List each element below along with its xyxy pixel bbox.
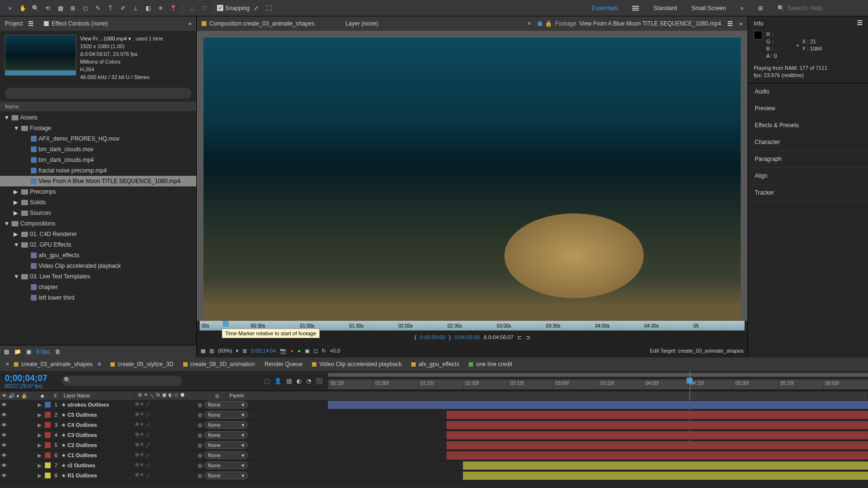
bpc-button[interactable]: 8 bpc <box>36 348 50 355</box>
layer-color-swatch[interactable] <box>45 422 51 428</box>
tree-row[interactable]: ▶Solids <box>0 197 196 208</box>
pin-tool-icon[interactable]: 📍 <box>167 2 179 14</box>
lock-icon[interactable] <box>23 462 31 468</box>
stamp-tool-icon[interactable]: ⊥ <box>129 2 142 14</box>
visibility-icon[interactable]: 👁 <box>0 422 8 428</box>
green-channel-icon[interactable]: ● <box>298 348 301 354</box>
layer-row[interactable]: 👁▶2★C5 Outlines⊛✳／◎None <box>0 410 868 420</box>
audio-icon[interactable] <box>8 422 15 428</box>
layer-row[interactable]: 👁▶6★C1 Outlines⊛✳／◎None <box>0 450 868 461</box>
layer-name[interactable]: r2 Outlines <box>68 462 135 468</box>
ripple-in-icon[interactable]: ⊏ <box>517 334 522 341</box>
layer-name[interactable]: C5 Outlines <box>68 412 135 418</box>
layer-track[interactable] <box>328 430 868 440</box>
solo-icon[interactable] <box>15 462 23 468</box>
layer-track[interactable] <box>328 450 868 461</box>
asset-thumbnail[interactable] <box>5 35 76 76</box>
interpret-icon[interactable]: ▦ <box>4 348 9 355</box>
layer-name[interactable]: C4 Outlines <box>68 422 135 428</box>
in-bracket-icon[interactable]: { <box>414 334 416 340</box>
tab-composition[interactable]: Composition create_03_animate_shapes <box>202 20 314 27</box>
current-frame[interactable]: 0:00:14:04 <box>251 348 276 354</box>
timeline-tab[interactable]: one line credit <box>469 361 512 368</box>
solo-icon[interactable] <box>15 412 23 418</box>
tree-row[interactable]: ▶Precomps <box>0 186 196 197</box>
snapping-toggle[interactable]: ✓ Snapping <box>217 5 250 12</box>
layer-switches[interactable]: ⊛✳／ <box>135 472 198 479</box>
close-tab-icon[interactable]: × <box>6 361 9 368</box>
layer-name[interactable]: R1 Outlines <box>68 473 135 478</box>
lock-icon[interactable] <box>23 432 31 438</box>
reset-workspace-icon[interactable]: ⊞ <box>758 5 763 12</box>
expand-layer-icon[interactable]: ▶ <box>38 442 43 448</box>
layer-bar[interactable] <box>463 462 868 470</box>
playhead-icon[interactable] <box>223 321 229 327</box>
layer-track[interactable] <box>328 461 868 471</box>
layer-name[interactable]: C2 Outlines <box>68 442 135 448</box>
layer-name-col[interactable]: Layer Name <box>61 393 135 398</box>
panel-item[interactable]: Align <box>748 168 868 185</box>
pickwhip-icon[interactable]: ◎ <box>198 422 203 428</box>
layer-bar[interactable] <box>328 401 868 409</box>
hand-tool-icon[interactable]: ✋ <box>16 2 29 14</box>
snap-grid-icon[interactable]: ⛶ <box>262 2 275 14</box>
tree-row[interactable]: View From A Blue Moon TITLE SEQUENCE_108… <box>0 176 196 186</box>
expand-layer-icon[interactable]: ▶ <box>38 412 43 418</box>
tree-row[interactable]: ▼02. GPU Effects <box>0 239 196 250</box>
lock-icon[interactable] <box>23 452 31 458</box>
layer-switches[interactable]: ⊛✳／ <box>135 462 198 469</box>
layer-row[interactable]: 👁▶5★C2 Outlines⊛✳／◎None <box>0 440 868 450</box>
text-tool-icon[interactable]: T <box>104 2 117 14</box>
timeline-tab[interactable]: afx_gpu_effects <box>411 361 460 368</box>
timeline-tab[interactable]: Render Queue <box>265 361 303 368</box>
expand-arrow-icon[interactable]: ▼ <box>14 273 19 280</box>
red-channel-icon[interactable]: ● <box>290 348 294 354</box>
layer-bar[interactable] <box>447 431 868 439</box>
lock-col-icon[interactable]: 🔒 <box>21 393 27 398</box>
pickwhip-icon[interactable]: ◎ <box>198 473 203 479</box>
switches-col[interactable]: ⊛✳＼fx▣◐◇⬢ <box>135 392 212 399</box>
layer-track[interactable] <box>328 400 868 410</box>
lock-icon[interactable]: 🔒 <box>545 20 552 27</box>
audio-icon[interactable] <box>8 452 15 458</box>
expand-arrow-icon[interactable]: ▼ <box>14 125 19 132</box>
camera-tool-icon[interactable]: ▦ <box>54 2 67 14</box>
solo-icon[interactable] <box>15 422 23 428</box>
visibility-icon[interactable]: 👁 <box>0 462 8 468</box>
tree-row[interactable]: bm_dark_clouds.mp4 <box>0 155 196 165</box>
rect-tool-icon[interactable]: ◻ <box>79 2 92 14</box>
panel-item[interactable]: Audio <box>748 83 868 100</box>
panel-item[interactable]: Tracker <box>748 185 868 201</box>
solo-icon[interactable] <box>15 452 23 458</box>
layer-color-swatch[interactable] <box>45 462 51 468</box>
panel-menu-icon[interactable] <box>28 21 33 26</box>
lock-icon[interactable] <box>23 442 31 448</box>
layer-color-swatch[interactable] <box>45 402 51 408</box>
tree-row[interactable]: afx_gpu_effects <box>0 250 196 261</box>
expand-layer-icon[interactable]: ▶ <box>38 432 43 438</box>
timeline-tab[interactable]: create_03_animate_shapes ≡ <box>14 361 101 368</box>
new-folder-icon[interactable]: 📁 <box>14 348 21 355</box>
expand-arrow-icon[interactable]: ▼ <box>14 241 19 248</box>
layer-color-swatch[interactable] <box>45 452 51 458</box>
lock-icon[interactable] <box>23 422 31 428</box>
playhead-icon[interactable] <box>687 378 692 383</box>
anchor-tool-icon[interactable]: ⊞ <box>67 2 79 14</box>
layer-bar[interactable] <box>447 441 868 449</box>
tab-footage[interactable]: 🔒 Footage View From A Blue Moon TITLE SE… <box>538 20 721 27</box>
timeline-tab[interactable]: create_08_3D_animation <box>183 361 255 368</box>
motion-blur-icon[interactable]: ◐ <box>297 378 301 384</box>
audio-icon[interactable] <box>8 462 15 468</box>
edit-target[interactable]: Edit Target: create_03_animate_shapes <box>650 348 744 354</box>
num-col[interactable]: # <box>51 393 61 398</box>
layer-bar[interactable] <box>463 472 868 480</box>
current-timecode[interactable]: 0;00;04;07 <box>5 373 47 383</box>
expand-icon[interactable]: » <box>188 20 191 27</box>
panel-item[interactable]: Character <box>748 134 868 151</box>
tree-row[interactable]: ▼Compositions <box>0 218 196 229</box>
layer-row[interactable]: 👁▶4★C3 Outlines⊛✳／◎None <box>0 430 868 440</box>
layer-switches[interactable]: ⊛✳／ <box>135 432 198 438</box>
parent-dropdown[interactable]: None <box>204 401 248 409</box>
zoom-select[interactable]: (83%) <box>218 348 232 354</box>
layer-switches[interactable]: ⊛✳／ <box>135 442 198 448</box>
